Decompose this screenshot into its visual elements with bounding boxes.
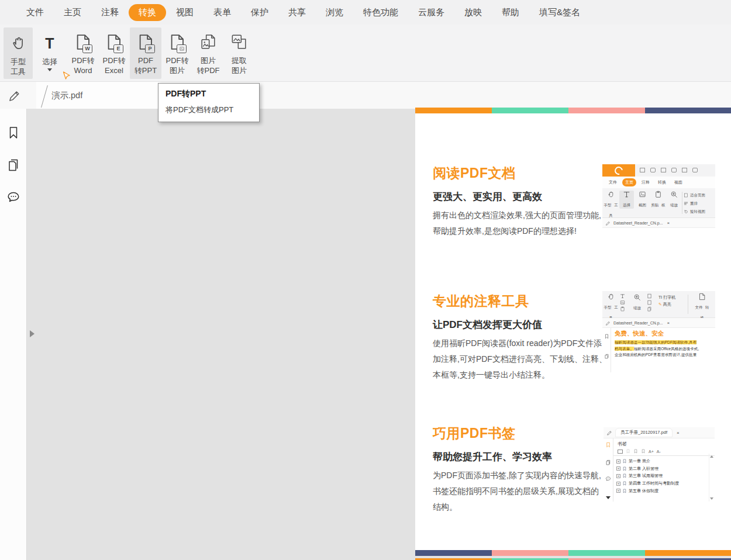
page-bottom-color-bar: [415, 550, 731, 556]
section-annotation-tools: 专业的注释工具 让PDF文档发挥更大价值 使用福昕PDF阅读器(foxit re…: [433, 292, 606, 383]
mini-hand-tool: 手型 工具: [604, 293, 618, 322]
menu-tab-protect[interactable]: 保护: [241, 4, 278, 21]
mini-undo-icon: [692, 168, 698, 172]
section-pdf-bookmarks: 巧用PDF书签 帮助您提升工作、学习效率 为PDF页面添加书签,除了实现内容的快…: [433, 424, 606, 515]
mini-tabbar: 员工手册_20120917.pdf ×: [604, 427, 715, 438]
select-cursor-icon: T: [45, 32, 54, 54]
menu-tab-fill-sign[interactable]: 填写&签名: [529, 4, 590, 21]
screenshot-reader-home: 文件 主页 注释 转换 视图 手型 工具 选择 截图: [602, 164, 715, 233]
mini-view-tools: 适合页面 重排 旋转视图: [684, 191, 705, 216]
menu-tab-features[interactable]: 特色功能: [353, 4, 408, 21]
document-tab[interactable]: 演示.pdf: [36, 82, 160, 109]
navigation-sidebar: [0, 109, 27, 560]
mini-page-cluster: [647, 293, 652, 312]
menu-tab-home[interactable]: 主页: [54, 4, 91, 21]
tooltip-description: 将PDF文档转成PPT: [165, 105, 252, 115]
comments-panel-button[interactable]: [6, 190, 20, 206]
mini-close-icon: ×: [677, 430, 680, 435]
mini-list-icon: [618, 450, 623, 454]
mini-hand-tool: 手型 工具: [604, 191, 618, 219]
mini-file-convert-tool: 文件 转换: [695, 293, 709, 322]
mini-tabbar: Datasheet_Reader_CN.p... ×: [602, 218, 715, 228]
document-tabbar: 演示.pdf: [0, 82, 731, 109]
tooltip-title: PDF转PPT: [165, 89, 252, 99]
foxit-reader-window: 文件 主页 注释 转换 视图 表单 保护 共享 浏览 特色功能 云服务 放映 帮…: [0, 0, 731, 560]
section-subheading: 让PDF文档发挥更大价值: [433, 318, 606, 331]
sidebar-expand-handle[interactable]: [30, 330, 35, 337]
menu-tab-convert[interactable]: 转换: [129, 4, 166, 21]
mini-save-icon: [650, 168, 656, 172]
pages-panel-button[interactable]: [6, 158, 20, 174]
mini-tabbar: Datasheet_Reader_CN.p... ×: [602, 318, 715, 328]
mini-document-area: 免费、快速、安全 福昕阅读器是一款功能强大的PDF阅读软件,具有 档与表单。福昕…: [602, 328, 715, 372]
select-tool-button[interactable]: T 选择: [36, 27, 64, 79]
pdf-page: 阅读PDF文档 更强大、更实用、更高效 拥有出色的文档渲染效果,强大的页面管理功…: [415, 108, 731, 556]
mini-font-up-icon: A+: [649, 450, 654, 454]
section-body: 拥有出色的文档渲染效果,强大的页面管理功能, 帮助提升效率,是您阅读PDF的理想…: [433, 208, 606, 239]
menu-tab-view[interactable]: 视图: [166, 4, 204, 21]
section-subheading: 更强大、更实用、更高效: [433, 190, 606, 203]
mini-doc-heading: 免费、快速、安全: [615, 330, 715, 338]
section-body: 为PDF页面添加书签,除了实现内容的快速导航, 书签还能指明不同书签的层级关系,…: [433, 468, 606, 515]
screenshot-bookmarks: 员工手册_20120917.pdf × 书签: [604, 427, 715, 502]
mini-zoom-tool: 缩放: [630, 293, 644, 312]
mini-foxit-logo: [602, 164, 635, 177]
mini-clipboard-tool: 剪贴 板: [651, 191, 666, 209]
image-to-pdf-icon: [198, 32, 218, 53]
mini-font-down-icon: A-: [657, 450, 661, 454]
hand-tool-button[interactable]: 手型工具: [4, 27, 33, 79]
extract-image-button[interactable]: 提取图片: [224, 27, 254, 79]
mini-typewriter-label: TI 打字机: [658, 295, 675, 300]
mini-select-tool: 选择: [619, 191, 634, 209]
mini-toolbar: 手型 工具 选择 截图 剪贴 板 缩放: [602, 188, 715, 218]
bookmark-panel-button[interactable]: [6, 126, 20, 142]
pdf-to-excel-icon: E: [104, 32, 124, 53]
menu-tab-comment[interactable]: 注释: [91, 4, 129, 21]
mini-panel-toolbar: A+ A-: [613, 449, 715, 456]
mini-mail-icon: [671, 168, 677, 172]
mini-open-icon: [640, 168, 645, 172]
mini-titlebar: [602, 164, 715, 177]
mini-panel-title: 书签: [618, 441, 715, 447]
mini-doc-icon: [682, 168, 687, 172]
menu-tab-cloud[interactable]: 云服务: [408, 4, 454, 21]
mini-close-icon: ×: [667, 220, 670, 226]
section-body: 使用福昕PDF阅读器(foxit reader)为PDF文件添 加注释,可对PD…: [433, 336, 606, 383]
mini-menubar: 文件 主页 注释 转换 视图: [602, 177, 715, 188]
menu-tab-share[interactable]: 共享: [278, 4, 316, 21]
mini-highlight-label: ✎ 高亮: [658, 302, 671, 307]
menu-tab-form[interactable]: 表单: [204, 4, 241, 21]
edit-pencil-icon[interactable]: [8, 88, 21, 104]
caret-down-icon: [47, 68, 52, 71]
section-read-pdf: 阅读PDF文档 更强大、更实用、更高效 拥有出色的文档渲染效果,强大的页面管理功…: [433, 164, 606, 239]
section-heading: 专业的注释工具: [433, 292, 606, 310]
menu-tab-browse[interactable]: 浏览: [316, 4, 353, 21]
pdf-to-word-button[interactable]: W PDF转Word: [68, 27, 98, 79]
section-subheading: 帮助您提升工作、学习效率: [433, 450, 606, 464]
mini-print-icon: [661, 168, 666, 172]
mini-caret-down-icon: [606, 496, 611, 499]
page-top-color-bar: [415, 108, 731, 113]
tooltip: PDF转PPT 将PDF文档转成PPT: [158, 83, 260, 122]
menu-tab-file[interactable]: 文件: [16, 4, 54, 21]
image-to-pdf-button[interactable]: 图片转PDF: [193, 27, 223, 79]
pdf-to-excel-button[interactable]: E PDF转Excel: [99, 27, 129, 79]
extract-image-icon: [229, 32, 249, 53]
section-heading: 阅读PDF文档: [433, 164, 606, 182]
mini-snapshot-tool: 截图: [635, 191, 650, 209]
menu-tab-present[interactable]: 放映: [454, 4, 492, 21]
mini-sidebar: [604, 438, 613, 502]
pdf-to-word-icon: W: [73, 32, 93, 53]
pdf-to-ppt-button[interactable]: P PDF转PPT: [130, 27, 161, 79]
mini-scrollbar: [709, 454, 715, 502]
mini-bookmark-panel: 书签 A+ A- +第一章 简介 +第二章 入职管理 +第三章 试用期管理 +第…: [613, 438, 715, 502]
mini-quick-access-toolbar: [640, 168, 713, 172]
pdf-to-image-icon: [167, 32, 187, 53]
pdf-to-image-button[interactable]: PDF转图片: [162, 27, 192, 79]
section-heading: 巧用PDF书签: [433, 424, 606, 443]
mini-zoom-tool: 缩放: [667, 191, 681, 209]
screenshot-annotation: 手型 工具 缩放 TI 打字机 ✎ 高亮: [602, 291, 715, 373]
convert-ribbon: 手型工具 T 选择 W PDF转Word E PDF转Excel: [0, 25, 731, 82]
menu-tab-help[interactable]: 帮助: [492, 4, 529, 21]
pdf-to-ppt-icon: P: [136, 32, 156, 53]
